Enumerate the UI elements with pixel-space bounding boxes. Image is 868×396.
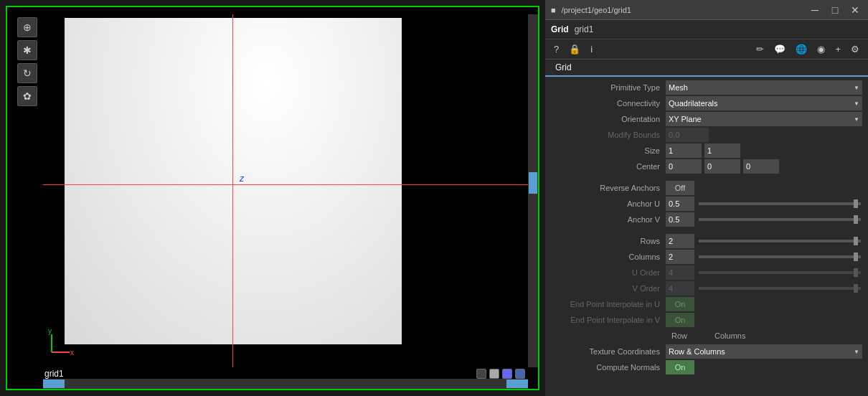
connectivity-label: Connectivity [551,99,666,108]
compute-normals-label: Compute Normals [551,363,666,372]
info-btn[interactable]: i [588,42,595,56]
prop-size: Size [545,143,868,159]
settings-icon[interactable]: ⚙ [848,42,862,56]
connectivity-dropdown[interactable]: Quadrilaterals ▼ [666,96,862,110]
modify-bounds-input[interactable] [666,128,709,142]
reverse-anchors-toggle[interactable]: Off [666,181,694,195]
color-btn-navy[interactable] [515,369,525,379]
select-tool-btn[interactable]: ⊕ [17,17,37,37]
anchor-v-thumb[interactable] [854,215,858,224]
edit-icon[interactable]: ✏ [753,42,767,56]
columns-track[interactable] [699,255,861,258]
close-btn[interactable]: ✕ [848,4,862,16]
prop-anchor-v: Anchor V 0.5 [545,212,868,227]
rotate-tool-btn[interactable]: ↻ [17,63,37,83]
prop-modify-bounds: Modify Bounds [545,127,868,143]
right-scrollbar-thumb[interactable] [529,172,537,194]
separator-2 [545,227,868,233]
orientation-select[interactable]: XY Plane [666,112,862,126]
vertical-crosshair [232,14,233,367]
bottom-scrollbar[interactable] [43,379,528,389]
svg-text:y: y [48,327,52,335]
row-col-section: Row Columns [545,328,868,344]
network-icon[interactable]: 🌐 [793,42,810,56]
anchor-v-label: Anchor V [551,215,666,224]
prop-primitive-type: Primitive Type Mesh ▼ [545,80,868,95]
comment-icon[interactable]: 💬 [771,42,788,56]
properties-panel: ■ /project1/geo1/grid1 ─ □ ✕ Grid grid1 … [545,0,868,396]
scale-tool-btn[interactable]: ✿ [17,86,37,106]
prop-reverse-anchors: Reverse Anchors Off [545,180,868,196]
row-section-label: Row [671,331,687,340]
tab-grid[interactable]: Grid [545,60,582,77]
rows-slider: 2 [666,234,862,248]
rows-track[interactable] [699,240,861,242]
end-point-u-label: End Point Interpolate in U [551,300,666,308]
separator-1 [545,174,868,180]
move-tool-btn[interactable]: ✱ [17,40,37,60]
properties-area: Primitive Type Mesh ▼ Connectivity Quadr… [545,77,868,396]
add-icon[interactable]: + [832,42,844,56]
rows-label: Rows [551,237,666,245]
minimize-btn[interactable]: ─ [808,4,822,16]
v-order-track [699,287,861,290]
viewport-label: grid1 [44,369,64,379]
anchor-v-slider: 0.5 [666,212,862,227]
orientation-dropdown[interactable]: XY Plane ▼ [666,112,862,126]
prop-center: Center [545,159,868,174]
anchor-u-label: Anchor U [551,199,666,208]
center-v3[interactable] [743,159,779,174]
v-order-label: V Order [551,284,666,293]
texture-coords-label: Texture Coordinates [551,347,666,356]
center-label: Center [551,162,666,171]
help-btn[interactable]: ? [551,42,562,56]
primitive-type-dropdown[interactable]: Mesh ▼ [666,80,862,95]
color-btn-light[interactable] [489,369,499,379]
bottom-scrollbar-left-thumb[interactable] [43,380,65,388]
size-v2[interactable] [704,143,740,158]
color-btn-gray[interactable] [476,369,486,379]
tab-bar: Grid [545,60,868,77]
anchor-u-track[interactable] [699,202,861,205]
anchor-u-slider: 0.5 [666,197,862,211]
panel-header: Grid grid1 [545,20,868,39]
size-v1[interactable] [666,143,702,158]
texture-coords-select[interactable]: Row & Columns [666,344,862,359]
lock-btn[interactable]: 🔒 [566,42,583,56]
anchor-u-value: 0.5 [666,197,694,211]
end-point-v-toggle: On [666,313,694,327]
right-scrollbar[interactable] [528,14,538,367]
rows-thumb[interactable] [854,237,858,245]
orientation-label: Orientation [551,115,666,123]
viewport-border: ⊕ ✱ ↻ ✿ z x y [6,6,539,390]
connectivity-select[interactable]: Quadrilaterals [666,96,862,110]
grid-object [65,18,402,344]
modify-bounds-label: Modify Bounds [551,131,666,139]
u-order-thumb [854,268,858,277]
maximize-btn[interactable]: □ [828,4,842,16]
bottom-scrollbar-right-thumb[interactable] [506,380,528,388]
anchor-u-thumb[interactable] [854,199,858,208]
compute-normals-toggle[interactable]: On [666,360,694,374]
anchor-v-track[interactable] [699,218,861,221]
end-point-u-toggle: On [666,297,694,311]
center-v2[interactable] [704,159,740,174]
svg-text:x: x [70,349,74,357]
z-axis-label: z [240,174,244,184]
columns-thumb[interactable] [854,253,858,261]
anchor-v-value: 0.5 [666,212,694,227]
viewport-canvas[interactable]: z [43,14,528,367]
prop-rows: Rows 2 [545,233,868,249]
color-buttons [476,369,525,379]
center-inputs [666,159,862,174]
size-inputs [666,143,862,158]
texture-coords-dropdown[interactable]: Row & Columns ▼ [666,344,862,359]
history-icon[interactable]: ◉ [814,42,828,56]
center-v1[interactable] [666,159,702,174]
primitive-type-select[interactable]: Mesh [666,80,862,95]
panel-node-name: grid1 [575,24,594,34]
title-controls: ─ □ ✕ [808,4,862,16]
color-btn-blue[interactable] [502,369,512,379]
columns-slider: 2 [666,250,862,264]
prop-compute-normals: Compute Normals On [545,359,868,375]
